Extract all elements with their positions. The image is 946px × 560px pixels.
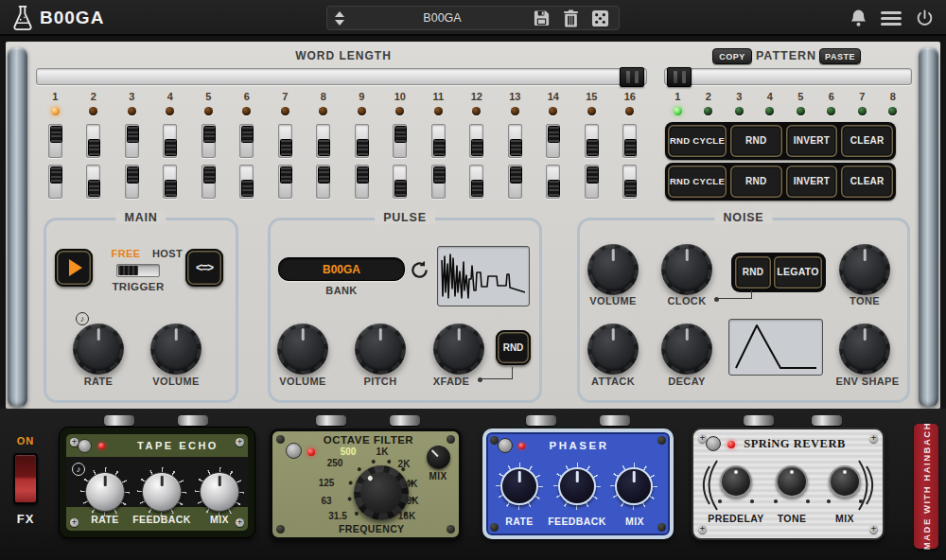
word-length-slider[interactable] — [36, 68, 647, 85]
power-icon[interactable] — [915, 9, 935, 28]
phaser-rate-knob[interactable] — [500, 467, 538, 505]
octave-filter-mix-knob[interactable] — [427, 446, 450, 469]
step-slider[interactable] — [431, 165, 446, 199]
save-preset-icon[interactable] — [533, 9, 551, 27]
step-slider[interactable] — [508, 124, 522, 158]
pattern-slider-handle[interactable] — [667, 67, 692, 87]
step-slider[interactable] — [393, 165, 407, 199]
step-slider[interactable] — [239, 124, 254, 158]
step-slider[interactable] — [86, 165, 100, 199]
delete-preset-icon[interactable] — [563, 9, 579, 27]
randomize-preset-dice-icon[interactable] — [591, 9, 609, 27]
step-slider[interactable] — [393, 124, 407, 158]
tape-echo-mix-knob[interactable] — [200, 472, 239, 512]
step-slider[interactable] — [48, 124, 62, 158]
main-rate-knob[interactable] — [73, 324, 124, 375]
pulse-volume-knob[interactable] — [277, 324, 328, 375]
pattern-slider[interactable] — [664, 68, 912, 85]
noise-decay-label: DECAY — [658, 376, 715, 387]
fx-on-rocker-switch[interactable] — [13, 453, 38, 504]
noise-volume-knob[interactable] — [587, 244, 639, 295]
step-slider[interactable] — [86, 124, 100, 158]
menu-icon[interactable] — [881, 11, 902, 26]
step-slider[interactable] — [48, 165, 62, 199]
sync-button[interactable]: <=> — [185, 249, 223, 287]
step-slider[interactable] — [546, 124, 560, 158]
tape-echo-note-icon[interactable]: ♪ — [72, 463, 85, 476]
pulse-pitch-knob[interactable] — [355, 324, 406, 375]
free-host-switch[interactable] — [116, 264, 160, 277]
step-led — [511, 107, 519, 115]
noise-clock-rnd-button[interactable]: RND — [735, 256, 771, 289]
tape-echo-rate-knob[interactable] — [85, 472, 125, 512]
step-slider[interactable] — [239, 165, 254, 199]
host-label[interactable]: HOST — [148, 248, 187, 259]
rnd-cycle-button[interactable]: RND CYCLE — [668, 125, 727, 157]
rnd-button[interactable]: RND — [730, 166, 782, 198]
spring-reverb-tone-knob[interactable] — [776, 465, 808, 498]
noise-clock-knob[interactable] — [661, 244, 712, 295]
free-label[interactable]: FREE — [106, 248, 146, 259]
phaser-mix-label: MIX — [616, 516, 654, 527]
bank-display[interactable]: B00GA — [278, 257, 405, 281]
main-volume-knob[interactable] — [150, 324, 201, 375]
invert-button[interactable]: INVERT — [786, 166, 838, 198]
step-slider[interactable] — [622, 165, 637, 199]
phaser-feedback-knob[interactable] — [558, 467, 596, 505]
step-slider[interactable] — [469, 124, 483, 158]
step-slider[interactable] — [163, 165, 177, 199]
noise-attack-knob[interactable] — [587, 324, 639, 375]
rnd-cycle-button[interactable]: RND CYCLE — [668, 166, 727, 198]
bank-reload-icon[interactable] — [410, 260, 429, 280]
step-slider[interactable] — [125, 165, 139, 199]
step-slider[interactable] — [431, 124, 446, 158]
tape-echo-feedback-knob[interactable] — [142, 472, 182, 512]
pattern-copy-button[interactable]: COPY — [712, 48, 752, 64]
step-slider[interactable] — [201, 165, 216, 199]
tape-echo-stomp-button[interactable] — [78, 439, 92, 453]
step-slider[interactable] — [585, 165, 599, 199]
pulse-xfade-rnd-button[interactable]: RND — [496, 330, 531, 365]
phaser-led — [518, 443, 525, 449]
octave-filter-mix-label: MIX — [424, 471, 452, 481]
step-slider[interactable] — [355, 124, 369, 158]
step-slider[interactable] — [278, 124, 292, 158]
noise-env-shape-knob[interactable] — [839, 324, 890, 375]
step-slider[interactable] — [278, 165, 292, 199]
noise-row-buttons: RND CYCLE RND INVERT CLEAR — [665, 163, 896, 201]
noise-tone-knob[interactable] — [839, 244, 890, 295]
step-slider[interactable] — [355, 165, 369, 199]
tempo-sync-note-icon[interactable]: ♪ — [76, 312, 89, 325]
notifications-bell-icon[interactable] — [850, 9, 867, 27]
phaser-stomp-button[interactable] — [498, 438, 513, 453]
clear-button[interactable]: CLEAR — [841, 125, 893, 157]
spring-reverb-stomp-button[interactable] — [706, 436, 721, 451]
preset-prev-next-buttons[interactable] — [327, 7, 352, 29]
step-slider[interactable] — [201, 124, 216, 158]
right-step-leds — [662, 106, 908, 115]
spring-reverb-mix-knob[interactable] — [829, 465, 861, 498]
invert-button[interactable]: INVERT — [786, 125, 838, 157]
pattern-paste-button[interactable]: PASTE — [819, 48, 861, 64]
step-slider[interactable] — [585, 124, 599, 158]
clear-button[interactable]: CLEAR — [841, 166, 893, 198]
step-slider[interactable] — [125, 124, 139, 158]
noise-decay-knob[interactable] — [661, 324, 712, 375]
word-length-slider-handle[interactable] — [620, 67, 644, 87]
play-button[interactable] — [55, 249, 93, 287]
pulse-xfade-knob[interactable] — [433, 324, 484, 375]
switch-handle[interactable] — [118, 266, 138, 275]
spring-reverb-predelay-knob[interactable] — [720, 465, 752, 498]
step-slider[interactable] — [316, 124, 330, 158]
step-slider[interactable] — [316, 165, 330, 199]
noise-legato-button[interactable]: LEGATO — [774, 256, 822, 289]
step-slider[interactable] — [546, 165, 560, 199]
octave-filter-stomp-button[interactable] — [286, 443, 302, 459]
step-slider[interactable] — [622, 124, 637, 158]
step-slider[interactable] — [163, 124, 177, 158]
step-slider[interactable] — [508, 165, 522, 199]
preset-name[interactable]: B00GA — [352, 11, 533, 25]
phaser-mix-knob[interactable] — [615, 467, 653, 505]
step-slider[interactable] — [469, 165, 483, 199]
rnd-button[interactable]: RND — [730, 125, 782, 157]
